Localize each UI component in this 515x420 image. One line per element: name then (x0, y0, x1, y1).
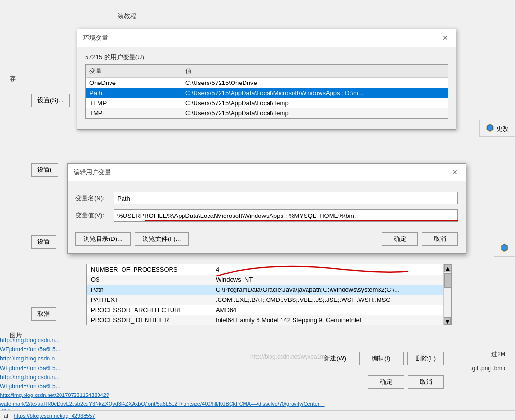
sys-vars-section: NUMBER_OF_PROCESSORS4OSWindows_NTPathC:\… (86, 264, 452, 325)
sys-var-row[interactable]: PathC:\ProgramData\Oracle\Java\javapath;… (87, 285, 451, 295)
update-label: 更改 (496, 124, 509, 133)
sys-var-name: PROCESSOR_ARCHITECTURE (87, 305, 212, 315)
cancel-btn-left[interactable]: 取消 (31, 307, 56, 321)
user-vars-title: 57215 的用户变量(U) (85, 53, 448, 61)
settings-btn-2[interactable]: 设置( (31, 163, 58, 177)
var-value-input[interactable] (114, 209, 458, 222)
settings-btn-1[interactable]: 设置(S)... (31, 94, 70, 107)
env-dialog-titlebar: 环境变量 ✕ (77, 29, 456, 47)
sys-var-name: PROCESSOR_IDENTIFIER (87, 315, 212, 325)
env-dialog-bottom-buttons: 确定 取消 (86, 372, 452, 392)
ok-btn-edit[interactable]: 确定 (382, 232, 418, 246)
sys-var-row[interactable]: OSWindows_NT (87, 275, 451, 285)
edit-dialog-titlebar: 编辑用户变量 ✕ (68, 164, 466, 181)
sys-var-row[interactable]: PROCESSOR_ARCHITECTUREAMD64 (87, 305, 451, 315)
settings-btn-3[interactable]: 设置 (31, 235, 56, 249)
edit-dialog-buttons: 浏览目录(D)... 浏览文件(F)... 确定 取消 (68, 227, 466, 252)
new-btn-sys[interactable]: 新建(W)... (316, 352, 360, 365)
edit-user-variable-dialog: 编辑用户变量 ✕ 变量名(N): http://blog.csdn.net/wy… (67, 163, 466, 254)
env-variables-dialog: 环境变量 ✕ 57215 的用户变量(U) 变量 值 OneDriveC:\Us… (77, 29, 456, 130)
var-value-row: 变量值(V): (68, 209, 466, 222)
cancel-btn-env[interactable]: 取消 (408, 375, 444, 389)
scrollbar-up[interactable]: ▲ (444, 264, 451, 272)
sys-var-name: PATHEXT (87, 295, 212, 305)
var-name-input[interactable] (114, 192, 458, 204)
bottom-bar-url[interactable]: https://blog.csdn.net/qq_42938557 (14, 413, 95, 419)
scrollbar-thumb[interactable] (444, 273, 451, 288)
sys-var-value: AMD64 (212, 305, 451, 315)
left-buttons: 浏览目录(D)... 浏览文件(F)... (75, 232, 189, 246)
sys-vars-buttons: 新建(W)... 编辑(I)... 删除(L) (86, 348, 452, 369)
sys-vars-table: NUMBER_OF_PROCESSORS4OSWindows_NTPathC:\… (87, 264, 451, 325)
user-var-value: C:\Users\57215\AppData\Local\Temp (182, 108, 448, 118)
user-var-value: C:\Users\57215\OneDrive (182, 78, 448, 88)
var-name-label: 变量名(N): (75, 194, 114, 203)
col-header-val: 值 (182, 65, 448, 78)
user-var-value: C:\Users\57215\AppData\Local\Temp (182, 98, 448, 108)
sys-var-row[interactable]: NUMBER_OF_PROCESSORS4 (87, 264, 451, 275)
user-var-name: TMP (86, 108, 182, 118)
bottom-bar: aF https://blog.csdn.net/qq_42938557 (0, 410, 515, 420)
update-btn-2[interactable] (494, 240, 515, 257)
sys-var-value: C:\ProgramData\Oracle\Java\javapath;C:\W… (212, 285, 451, 295)
env-dialog-title: 环境变量 (83, 34, 108, 42)
edit-btn-sys[interactable]: 编辑(I)... (364, 352, 404, 365)
user-vars-table: 变量 值 OneDriveC:\Users\57215\OneDrivePath… (86, 65, 448, 118)
right-text-2: .gif .png .bmp (470, 365, 505, 372)
update-btn[interactable]: ! 更改 (479, 120, 515, 137)
user-var-row[interactable]: TEMPC:\Users\57215\AppData\Local\Temp (86, 98, 448, 108)
save-label: 存 (10, 74, 16, 83)
shield-icon: ! (486, 123, 494, 133)
scrollbar-track[interactable]: ▲ ▼ (443, 264, 451, 325)
sys-var-value: .COM;.EXE;.BAT;.CMD;.VBS;.VBE;.JS;.JSE;.… (212, 295, 451, 305)
col-header-var: 变量 (86, 65, 182, 78)
sys-var-name: OS (87, 275, 212, 285)
env-dialog-close[interactable]: ✕ (441, 33, 450, 43)
user-var-row[interactable]: PathC:\Users\57215\AppData\Local\Microso… (86, 88, 448, 98)
sys-var-name: NUMBER_OF_PROCESSORS (87, 264, 212, 275)
browse-file-btn[interactable]: 浏览文件(F)... (135, 232, 189, 246)
ok-btn-env[interactable]: 确定 (368, 375, 404, 389)
user-vars-table-container: 变量 值 OneDriveC:\Users\57215\OneDrivePath… (85, 64, 448, 119)
edit-dialog-close[interactable]: ✕ (450, 168, 460, 177)
sys-var-value: Intel64 Family 6 Model 142 Stepping 9, G… (212, 315, 451, 325)
shield-icon-2 (500, 243, 509, 253)
env-dialog-content: 57215 的用户变量(U) 变量 值 OneDriveC:\Users\572… (77, 47, 456, 129)
var-value-label: 变量值(V): (75, 211, 114, 220)
user-var-value: C:\Users\57215\AppData\Local\Microsoft\W… (182, 88, 448, 98)
user-var-name: Path (86, 88, 182, 98)
edit-dialog-form: 变量名(N): http://blog.csdn.net/wyxea1m 变量值… (68, 181, 466, 253)
var-name-row: 变量名(N): (68, 192, 466, 204)
scrollbar-down[interactable]: ▼ (444, 317, 451, 325)
user-var-name: OneDrive (86, 78, 182, 88)
right-buttons: 确定 取消 (382, 232, 458, 246)
svg-text:!: ! (490, 126, 490, 130)
cancel-btn-edit[interactable]: 取消 (422, 232, 458, 246)
af-label: aF (4, 413, 10, 419)
user-var-row[interactable]: TMPC:\Users\57215\AppData\Local\Temp (86, 108, 448, 118)
sys-var-name: Path (87, 285, 212, 295)
user-var-row[interactable]: OneDriveC:\Users\57215\OneDrive (86, 78, 448, 88)
edit-dialog-title: 编辑用户变量 (74, 168, 111, 177)
sys-var-value: Windows_NT (212, 275, 451, 285)
user-var-name: TEMP (86, 98, 182, 108)
delete-btn-sys[interactable]: 删除(L) (407, 352, 444, 365)
install-tutorial-text: 装教程 (118, 12, 136, 21)
sys-var-row[interactable]: PATHEXT.COM;.EXE;.BAT;.CMD;.VBS;.VBE;.JS… (87, 295, 451, 305)
sys-var-row[interactable]: PROCESSOR_IDENTIFIERIntel64 Family 6 Mod… (87, 315, 451, 325)
right-text-1: 过2M (491, 350, 505, 359)
browse-dir-btn[interactable]: 浏览目录(D)... (75, 232, 131, 246)
sys-var-value: 4 (212, 264, 451, 275)
